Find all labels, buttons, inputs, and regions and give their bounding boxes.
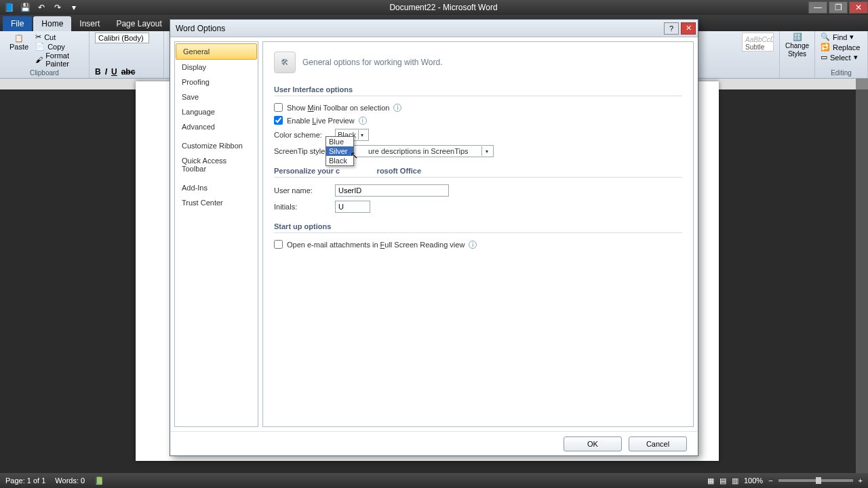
section-personalize: Personalize your copy of Microsoft Offic… [274,167,682,178]
replace-icon: 🔁 [821,43,830,52]
section-startup: Start up options [274,222,682,233]
status-bar: Page: 1 of 1 Words: 0 📗 ▦ ▤ ▥ 100% − + [0,473,868,488]
info-icon[interactable]: i [359,117,367,125]
general-options-icon: 🛠 [274,52,296,73]
nav-add-ins[interactable]: Add-Ins [175,180,258,195]
nav-general[interactable]: General [176,43,257,60]
dialog-title: Word Options [176,24,225,33]
copy-icon: 📄 [35,42,45,51]
content-header-text: General options for working with Word. [302,58,443,67]
view-reading-icon[interactable]: ▤ [719,476,726,485]
zoom-out-button[interactable]: − [768,476,772,485]
brush-icon: 🖌 [35,56,43,64]
tab-file[interactable]: File [3,16,32,31]
paste-button[interactable]: 📋 Paste [5,33,33,68]
dialog-help-button[interactable]: ? [664,22,679,35]
cut-button[interactable]: ✂Cut [35,33,83,41]
redo-icon[interactable]: ↷ [52,1,64,14]
clipboard-group-label: Clipboard [5,68,83,77]
find-button[interactable]: 🔍Find ▾ [821,33,862,41]
word-options-dialog: Word Options ? ✕ General Display Proofin… [170,19,698,456]
underline-button[interactable]: U [111,67,117,77]
user-name-input[interactable] [335,184,449,197]
screentip-style-select[interactable]: ure descriptions in ScreenTips ▾ [335,145,494,157]
zoom-in-button[interactable]: + [859,476,863,485]
info-icon[interactable]: i [393,104,401,112]
ok-button[interactable]: OK [564,436,622,451]
nav-display[interactable]: Display [175,60,258,75]
save-icon[interactable]: 💾 [19,1,31,14]
nav-trust-center[interactable]: Trust Center [175,195,258,210]
change-styles-button[interactable]: 🔠 Change Styles [785,33,809,58]
select-button[interactable]: ▭Select ▾ [821,53,862,62]
spellcheck-icon[interactable]: 📗 [94,476,104,485]
scroll-up-icon[interactable] [856,79,868,89]
email-attachments-checkbox[interactable] [274,240,283,249]
window-close-button[interactable]: ✕ [849,1,868,14]
paste-icon: 📋 [14,34,24,43]
color-scheme-option-black[interactable]: Black [326,156,353,165]
cancel-button[interactable]: Cancel [629,436,687,451]
section-ui-options: User Interface options [274,85,682,96]
nav-save[interactable]: Save [175,89,258,104]
tab-home[interactable]: Home [33,16,71,31]
cut-icon: ✂ [35,33,41,41]
change-styles-icon: 🔠 [793,33,802,41]
replace-button[interactable]: 🔁Replace [821,43,862,52]
chevron-down-icon: ▾ [481,146,491,156]
status-words[interactable]: Words: 0 [55,476,85,485]
find-icon: 🔍 [821,33,830,41]
nav-advanced[interactable]: Advanced [175,119,258,134]
nav-proofing[interactable]: Proofing [175,75,258,89]
maximize-button[interactable]: ❐ [829,1,848,14]
chevron-down-icon: ▾ [358,130,366,140]
title-bar: 📘 💾 ↶ ↷ ▾ Document22 - Microsoft Word — … [0,0,868,15]
strike-button[interactable]: abc [121,67,136,77]
undo-icon[interactable]: ↶ [35,1,47,14]
select-icon: ▭ [821,53,827,62]
initials-input[interactable] [335,201,370,213]
color-scheme-option-silver[interactable]: Silver [326,146,353,156]
vertical-scrollbar[interactable] [856,79,868,473]
email-attachments-label: Open e-mail attachments in Full Screen R… [287,241,465,249]
bold-button[interactable]: B [95,67,101,77]
format-painter-button[interactable]: 🖌Format Painter [35,52,83,68]
editing-group-label: Editing [821,68,862,77]
style-subtle-em[interactable]: AaBbCcDdSubtle Em... [742,33,774,52]
minimize-button[interactable]: — [808,1,827,14]
options-content-pane: 🛠 General options for working with Word.… [262,41,694,427]
nav-language[interactable]: Language [175,104,258,119]
word-icon: 📘 [3,1,15,14]
tab-page-layout[interactable]: Page Layout [108,16,170,31]
view-print-layout-icon[interactable]: ▦ [707,476,714,485]
live-preview-checkbox[interactable] [274,116,283,125]
font-name-select[interactable]: Calibri (Body) [95,33,149,43]
color-scheme-option-blue[interactable]: Blue [326,137,353,146]
color-scheme-label: Color scheme: [274,131,328,139]
tab-insert[interactable]: Insert [71,16,108,31]
nav-customize-ribbon[interactable]: Customize Ribbon [175,138,258,153]
color-scheme-dropdown[interactable]: Blue Silver Black [326,136,354,166]
screentip-style-label: ScreenTip style: [274,147,328,155]
mini-toolbar-checkbox[interactable] [274,103,283,112]
italic-button[interactable]: I [105,67,107,77]
nav-quick-access-toolbar[interactable]: Quick Access Toolbar [175,153,258,176]
qat-customize-icon[interactable]: ▾ [68,1,80,14]
mini-toolbar-label: Show Mini Toolbar on selection [287,104,389,112]
options-nav-list: General Display Proofing Save Language A… [174,41,258,427]
view-web-icon[interactable]: ▥ [732,476,738,485]
initials-label: Initials: [274,203,328,211]
dialog-close-button[interactable]: ✕ [681,22,696,35]
user-name-label: User name: [274,186,328,195]
zoom-slider[interactable] [778,479,853,482]
window-title: Document22 - Microsoft Word [80,3,807,12]
status-page[interactable]: Page: 1 of 1 [5,476,45,485]
status-zoom[interactable]: 100% [744,476,763,485]
copy-button[interactable]: 📄Copy [35,42,83,51]
info-icon[interactable]: i [469,241,477,249]
live-preview-label: Enable Live Preview [287,117,355,125]
